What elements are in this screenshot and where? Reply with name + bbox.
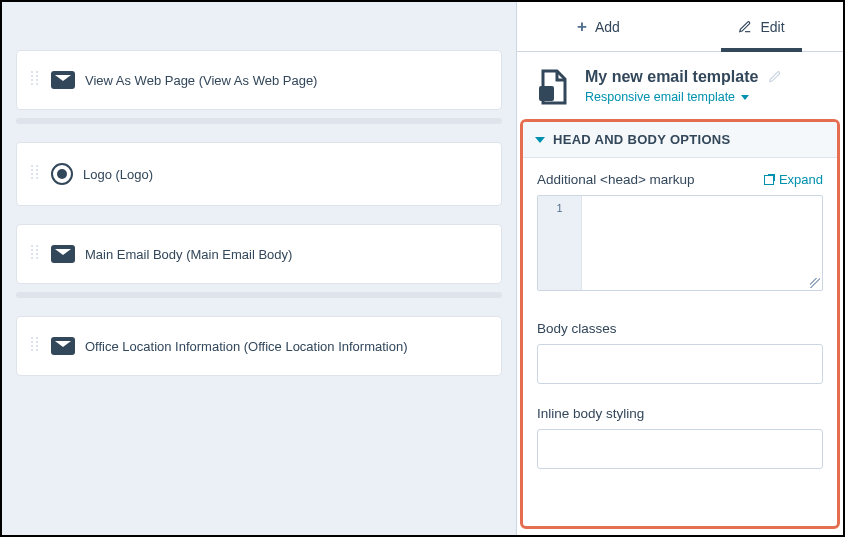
logo-icon (51, 163, 73, 185)
tab-add[interactable]: Add (517, 2, 680, 51)
inline-body-styling-input[interactable] (537, 429, 823, 469)
template-title: My new email template (585, 68, 758, 86)
document-icon (537, 68, 571, 106)
template-canvas[interactable]: View As Web Page (View As Web Page) Logo… (2, 2, 516, 535)
expand-text: Expand (779, 172, 823, 187)
drag-handle-icon[interactable] (31, 165, 41, 183)
head-markup-editor[interactable]: 1 (537, 195, 823, 291)
plus-icon (577, 17, 587, 37)
block-label: View As Web Page (View As Web Page) (85, 73, 317, 88)
body-classes-input[interactable] (537, 344, 823, 384)
block-divider (16, 118, 502, 124)
envelope-icon (51, 245, 75, 263)
tab-label: Edit (760, 19, 784, 35)
expand-link[interactable]: Expand (764, 172, 823, 187)
resize-handle-icon[interactable] (810, 278, 820, 288)
head-markup-label: Additional <head> markup (537, 172, 695, 187)
envelope-icon (51, 337, 75, 355)
block-label: Office Location Information (Office Loca… (85, 339, 408, 354)
svg-rect-0 (539, 86, 554, 101)
sidebar-tabs: Add Edit (517, 2, 843, 52)
line-number: 1 (556, 202, 562, 214)
envelope-icon (51, 71, 75, 89)
block-office-location[interactable]: Office Location Information (Office Loca… (16, 316, 502, 376)
block-label: Logo (Logo) (83, 167, 153, 182)
template-header: My new email template Responsive email t… (517, 52, 843, 120)
highlighted-region: HEAD AND BODY OPTIONS Additional <head> … (520, 119, 840, 529)
drag-handle-icon[interactable] (31, 245, 41, 263)
code-area[interactable] (582, 196, 822, 290)
expand-icon (764, 175, 774, 185)
caret-down-icon (741, 95, 749, 100)
block-divider (16, 292, 502, 298)
block-logo[interactable]: Logo (Logo) (16, 142, 502, 206)
section-head-body-options[interactable]: HEAD AND BODY OPTIONS (523, 122, 837, 158)
template-type-label: Responsive email template (585, 90, 735, 104)
chevron-down-icon (535, 137, 545, 143)
tab-edit[interactable]: Edit (680, 2, 843, 51)
body-classes-label: Body classes (537, 321, 823, 336)
block-label: Main Email Body (Main Email Body) (85, 247, 292, 262)
tab-label: Add (595, 19, 620, 35)
block-view-as-web-page[interactable]: View As Web Page (View As Web Page) (16, 50, 502, 110)
section-title: HEAD AND BODY OPTIONS (553, 132, 730, 147)
template-type-dropdown[interactable]: Responsive email template (585, 90, 825, 104)
pencil-icon (738, 20, 752, 34)
code-gutter: 1 (538, 196, 582, 290)
sidebar: Add Edit My new email template (516, 2, 843, 535)
drag-handle-icon[interactable] (31, 337, 41, 355)
drag-handle-icon[interactable] (31, 71, 41, 89)
block-main-email-body[interactable]: Main Email Body (Main Email Body) (16, 224, 502, 284)
edit-title-icon[interactable] (768, 70, 782, 84)
inline-body-styling-label: Inline body styling (537, 406, 823, 421)
